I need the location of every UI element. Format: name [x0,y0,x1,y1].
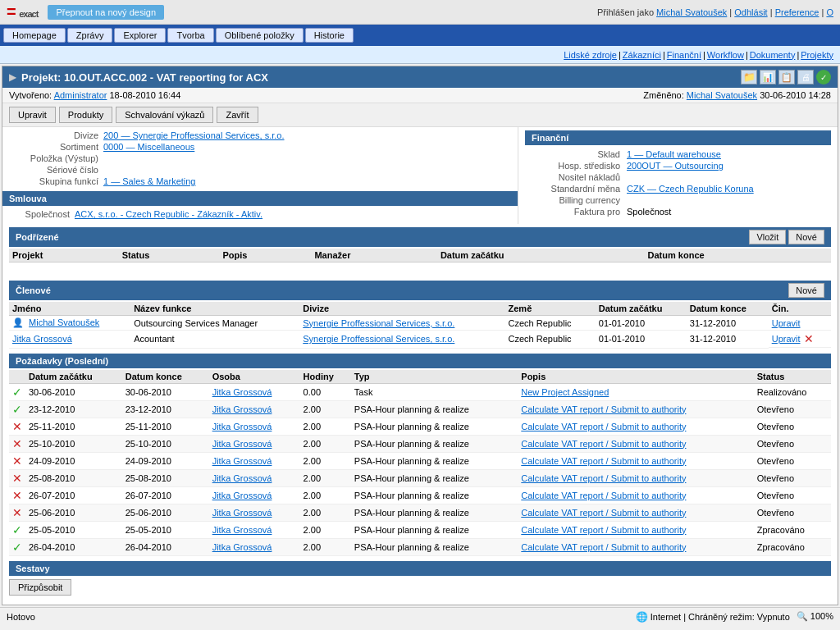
poz-popis[interactable]: Calculate VAT report / Submit to authori… [521,525,686,535]
status-bar: Hotovo 🌐 Internet | Chráněný režim: Vypn… [0,607,840,625]
poz-osoba[interactable]: Jitka Grossová [212,387,272,397]
clen-jmeno-1[interactable]: Jitka Grossová [12,334,72,344]
poz-popis[interactable]: Calculate VAT report / Submit to authori… [521,508,686,518]
icon-chart[interactable]: 📊 [760,70,776,84]
poz-popis[interactable]: Calculate VAT report / Submit to authori… [521,473,686,483]
close-button[interactable]: Zavřít [217,107,258,123]
created-by-link[interactable]: Administrator [54,90,107,100]
poz-datum-konce: 25-08-2010 [122,469,209,486]
edit-button[interactable]: Upravit [9,107,56,123]
divize-value[interactable]: 200 — Synergie Proffessional Services, s… [103,130,285,140]
clen-action-1[interactable]: Upravit [772,334,801,344]
table-row: Jitka Grossová Acountant Synergie Proffe… [9,331,831,349]
faktura-pro-value: Společnost [623,206,831,217]
table-row: ✓ 25-05-2010 25-05-2010 Jitka Grossová 2… [9,521,831,538]
secondary-nav-zakaznici[interactable]: Zákazníci [623,50,661,60]
approvals-button[interactable]: Schvalování výkazů [116,107,213,123]
poz-typ: Task [351,383,518,400]
clen-jmeno-0[interactable]: Michal Svatoušek [29,317,99,327]
status-icon: ✕ [9,452,25,469]
pozadavky-table: Datum začátku Datum konce Osoba Hodiny T… [9,370,831,556]
poz-popis[interactable]: Calculate VAT report / Submit to authori… [521,542,686,552]
sortiment-value[interactable]: 0000 — Miscellaneous [103,142,194,152]
secondary-nav-projekty[interactable]: Projekty [801,50,833,60]
poz-status: Realizováno [754,383,831,400]
clen-divize-0[interactable]: Synergie Proffessional Services, s.r.o. [303,318,454,328]
podrizene-nove-button[interactable]: Nové [788,230,824,244]
poz-popis[interactable]: Calculate VAT report / Submit to authori… [521,456,686,466]
icon-green-check[interactable]: ✓ [816,70,831,84]
page-wrapper: ▶ Projekt: 10.OUT.ACC.002 - VAT reportin… [2,66,838,605]
poz-osoba[interactable]: Jitka Grossová [212,422,272,431]
content-area: Divize 200 — Synergie Proffessional Serv… [2,127,838,605]
status-icon: ✕ [9,504,25,521]
vlozit-button[interactable]: Vložit [749,230,786,244]
poz-popis[interactable]: Calculate VAT report / Submit to authori… [521,439,686,449]
secondary-nav-dokumenty[interactable]: Dokumenty [750,50,796,60]
hosp-stredisko-value[interactable]: 200OUT — Outsourcing [627,161,724,171]
prizpusobit-button[interactable]: Přizpůsobit [9,579,71,596]
clen-datum-do-1: 31-12-2010 [687,331,769,349]
financni-title: Finanční [532,133,568,143]
poz-typ: PSA-Hour planning & realize [351,486,518,504]
clen-datum-od-0: 01-01-2010 [596,316,687,331]
poz-osoba[interactable]: Jitka Grossová [212,456,272,466]
poz-popis[interactable]: New Project Assigned [521,387,609,397]
secondary-nav-financni[interactable]: Finanční [667,50,701,60]
nav-oblibene[interactable]: Oblíbené položky [216,28,304,43]
spolecnost-value[interactable]: ACX, s.r.o. - Czech Republic - Zákazník … [75,209,262,219]
poz-typ: PSA-Hour planning & realize [351,435,518,452]
poz-datum-konce: 30-06-2010 [122,383,209,400]
smlouva-section: Smlouva Společnost ACX, s.r.o. - Czech R… [9,191,511,219]
poz-popis[interactable]: Calculate VAT report / Submit to authori… [521,404,686,414]
skupina-funkci-value[interactable]: 1 — Sales & Marketing [103,176,196,186]
poz-typ: PSA-Hour planning & realize [351,469,518,486]
poz-osoba[interactable]: Jitka Grossová [212,525,272,535]
poz-hodiny: 2.00 [300,418,351,435]
smlouva-title: Smlouva [9,194,47,203]
poz-osoba[interactable]: Jitka Grossová [212,439,272,449]
nav-zpravy[interactable]: Zprávy [67,28,113,43]
poz-osoba[interactable]: Jitka Grossová [212,508,272,518]
col-projekt: Projekt [9,249,119,262]
clen-datum-do-0: 31-12-2010 [687,316,769,331]
icon-folder[interactable]: 📁 [741,70,757,84]
poz-osoba[interactable]: Jitka Grossová [212,473,272,483]
clenove-title: Členové [16,285,51,295]
poz-popis[interactable]: Calculate VAT report / Submit to authori… [521,422,686,431]
clenove-nove-button[interactable]: Nové [788,283,824,298]
nav-explorer[interactable]: Explorer [114,28,166,43]
nav-homepage[interactable]: Homepage [3,28,66,43]
status-icon: ✓ [9,521,25,538]
table-row: ✕ 24-09-2010 24-09-2010 Jitka Grossová 2… [9,452,831,469]
clen-datum-od-1: 01-01-2010 [596,331,687,349]
products-button[interactable]: Produkty [59,107,112,123]
poz-popis[interactable]: Calculate VAT report / Submit to authori… [521,491,686,500]
poz-datum-zacatku: 26-04-2010 [25,538,122,555]
seriove-cislo-label: Sériové číslo [9,165,103,175]
sklad-value[interactable]: 1 — Default warehouse [627,149,721,159]
poz-osoba[interactable]: Jitka Grossová [212,404,272,414]
col-datum-konce2: Datum konce [687,302,769,316]
secondary-nav-lidske-zdroje[interactable]: Lidské zdroje [564,50,617,60]
clen-action-0[interactable]: Upravit [772,318,801,328]
poz-osoba[interactable]: Jitka Grossová [212,491,272,500]
new-design-button[interactable]: Přepnout na nový design [48,5,164,20]
status-left: Hotovo [7,612,35,622]
delete-icon[interactable]: ✕ [804,332,814,345]
poz-status: Otevřeno [754,504,831,521]
sortiment-label: Sortiment [9,142,103,152]
nav-historie[interactable]: Historie [305,28,354,43]
clen-divize-1[interactable]: Synergie Proffessional Services, s.r.o. [303,334,454,344]
standardni-mena-value[interactable]: CZK — Czech Republic Koruna [627,184,754,194]
poz-osoba[interactable]: Jitka Grossová [212,542,272,552]
icon-copy[interactable]: 📋 [778,70,795,84]
nav-tvorba[interactable]: Tvorba [167,28,213,43]
secondary-nav-workflow[interactable]: Workflow [707,50,744,60]
changed-by-link[interactable]: Michal Svatoušek [687,90,757,100]
poz-datum-konce: 25-11-2010 [122,418,209,435]
icon-print[interactable]: 🖨 [797,70,814,84]
poz-hodiny: 2.00 [300,400,351,418]
poz-datum-zacatku: 25-11-2010 [25,418,122,435]
podrizene-section: Podřízené Vložit Nové Projekt Status Pop… [2,227,838,276]
